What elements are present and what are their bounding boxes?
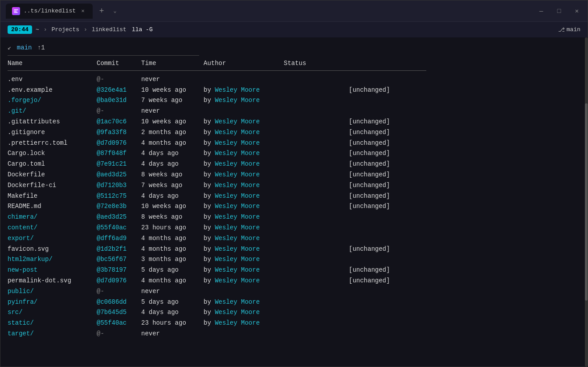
table-row: chimera/ @aed3d25 8 weeks ago by Wesley … <box>8 212 580 223</box>
file-name: Cargo.toml <box>8 159 97 170</box>
file-status: [unchanged] <box>349 191 390 202</box>
author-first: Wesley <box>215 138 237 149</box>
table-row: content/ @55f40ac 23 hours ago by Wesley… <box>8 223 580 233</box>
file-time: 7 weeks ago <box>141 180 204 191</box>
table-row: src/ @7b645d5 4 days ago by Wesley Moore <box>8 307 580 318</box>
author-last: Moore <box>241 95 260 106</box>
tab-label: ..ts/linkedlist <box>24 8 76 14</box>
file-commit: @dff6ad9 <box>97 233 141 244</box>
titlebar: ..ts/linkedlist ✕ + ⌄ — □ ✕ <box>0 0 588 22</box>
table-row: .env @- never <box>8 74 580 85</box>
file-commit: @55f40ac <box>97 223 141 233</box>
by-text: by <box>204 297 215 308</box>
window-controls: — □ ✕ <box>536 6 582 16</box>
author-first: Wesley <box>215 85 237 96</box>
terminal-wrapper: ↙ main ↑1 Name Commit Time Author Status… <box>0 37 588 367</box>
file-status: [unchanged] <box>349 117 390 127</box>
table-row: html2markup/ @bc56f67 3 months ago by We… <box>8 254 580 265</box>
file-author-area: by Wesley Moore <box>204 297 346 308</box>
col-header-author: Author <box>204 58 284 68</box>
scrollbar[interactable] <box>585 37 588 367</box>
file-name: .gitattributes <box>8 117 97 127</box>
file-name: .env.example <box>8 85 97 96</box>
file-time: 3 months ago <box>141 254 204 265</box>
table-row: static/ @55f40ac 23 hours ago by Wesley … <box>8 318 580 329</box>
file-time: 5 days ago <box>141 265 204 276</box>
file-time: 5 days ago <box>141 297 204 308</box>
time-badge: 20:44 <box>8 25 32 34</box>
table-row: .gitattributes @1ac70c6 10 weeks ago by … <box>8 117 580 127</box>
file-author-area: by Wesley Moore <box>204 318 346 329</box>
file-commit: @87f048f <box>97 148 141 159</box>
file-author-area: by Wesley Moore <box>204 148 346 159</box>
file-status: [unchanged] <box>349 170 390 180</box>
by-text: by <box>204 212 215 223</box>
author-first: Wesley <box>215 95 237 106</box>
file-commit: @- <box>97 74 141 85</box>
col-header-time: Time <box>141 58 204 68</box>
file-status: [unchanged] <box>349 276 390 286</box>
prompt-command: lla -G <box>132 26 153 33</box>
file-commit: @ba0e31d <box>97 95 141 106</box>
author-first: Wesley <box>215 276 237 286</box>
file-commit: @5112c75 <box>97 191 141 202</box>
by-text: by <box>204 95 215 106</box>
file-author-area: by Wesley Moore <box>204 276 346 286</box>
table-row: .prettierrc.toml @d7d0976 4 months ago b… <box>8 138 580 149</box>
table-row: README.md @72e8e3b 10 weeks ago by Wesle… <box>8 201 580 212</box>
file-commit: @d7d0976 <box>97 138 141 149</box>
author-first: Wesley <box>215 191 237 202</box>
file-commit: @1d2b2f1 <box>97 244 141 255</box>
file-name: .env <box>8 74 97 85</box>
file-time: 4 months ago <box>141 244 204 255</box>
file-name: .prettierrc.toml <box>8 138 97 149</box>
file-name: html2markup/ <box>8 254 97 265</box>
author-first: Wesley <box>215 307 237 318</box>
table-row: public/ @- never <box>8 286 580 297</box>
prompt-sep1: › <box>44 26 47 33</box>
terminal-window: ..ts/linkedlist ✕ + ⌄ — □ ✕ 20:44 ~ › Pr… <box>0 0 588 367</box>
maximize-button[interactable]: □ <box>554 6 564 16</box>
file-author-area: by Wesley Moore <box>204 85 346 96</box>
file-commit: @- <box>97 286 141 297</box>
table-row: .gitignore @9fa33f8 2 months ago by Wesl… <box>8 127 580 138</box>
table-row: Cargo.toml @7e91c21 4 days ago by Wesley… <box>8 159 580 170</box>
new-tab-button[interactable]: + <box>94 4 109 18</box>
author-first: Wesley <box>215 297 237 308</box>
tab-dropdown-button[interactable]: ⌄ <box>109 5 121 17</box>
file-status: [unchanged] <box>349 201 390 212</box>
file-time: 10 weeks ago <box>141 201 204 212</box>
tab-close-button[interactable]: ✕ <box>79 8 86 15</box>
close-button[interactable]: ✕ <box>572 6 582 16</box>
git-arrow: ↑1 <box>37 44 45 51</box>
file-time: 7 weeks ago <box>141 95 204 106</box>
file-status: [unchanged] <box>349 138 390 149</box>
file-time: never <box>141 286 204 297</box>
file-commit: @- <box>97 329 141 339</box>
file-name: export/ <box>8 233 97 244</box>
table-row: .env.example @326e4a1 10 weeks ago by We… <box>8 85 580 96</box>
file-author-area: by Wesley Moore <box>204 212 346 223</box>
active-tab[interactable]: ..ts/linkedlist ✕ <box>6 4 93 19</box>
table-row: permalink-dot.svg @d7d0976 4 months ago … <box>8 276 580 286</box>
file-time: 4 days ago <box>141 307 204 318</box>
prompt-bar: 20:44 ~ › Projects › linkedlist lla -G ⎇… <box>0 22 588 37</box>
file-name: chimera/ <box>8 212 97 223</box>
terminal-content[interactable]: ↙ main ↑1 Name Commit Time Author Status… <box>0 37 588 345</box>
scrollbar-thumb[interactable] <box>585 103 588 301</box>
author-last: Moore <box>241 223 260 233</box>
author-last: Moore <box>241 307 260 318</box>
file-commit: @d7120b3 <box>97 180 141 191</box>
file-author-area: by Wesley Moore <box>204 170 346 180</box>
file-time: 4 months ago <box>141 276 204 286</box>
file-time: 10 weeks ago <box>141 85 204 96</box>
author-first: Wesley <box>215 159 237 170</box>
file-status: [unchanged] <box>349 85 390 96</box>
file-author-area: by Wesley Moore <box>204 254 346 265</box>
file-time: never <box>141 329 204 339</box>
file-commit: @c0686dd <box>97 297 141 308</box>
table-row: Makefile @5112c75 4 days ago by Wesley M… <box>8 191 580 202</box>
file-time: 4 days ago <box>141 148 204 159</box>
minimize-button[interactable]: — <box>536 6 547 16</box>
by-text: by <box>204 117 215 127</box>
